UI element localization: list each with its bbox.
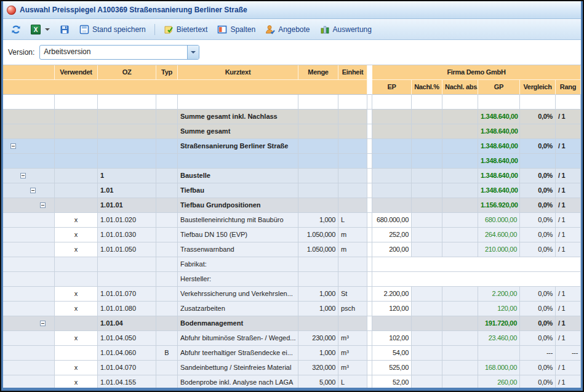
table-row[interactable]: 1.01.04.060BAbfuhr teerhaltiger Straßend… (3, 346, 581, 361)
cell-oz (98, 95, 156, 110)
stand-speichern-button[interactable]: Stand speichern (75, 22, 150, 37)
table-row[interactable]: x1.01.01.020Baustelleneinrichtung mit Ba… (3, 213, 581, 228)
cell-nachl-abs (442, 331, 478, 346)
version-combobox[interactable]: Arbeitsversion (39, 45, 199, 60)
cell-ep[interactable]: 54,00 (372, 346, 412, 361)
cell-einheit (338, 124, 367, 139)
col-header-typ[interactable]: Typ (156, 65, 178, 80)
cell-verwendet[interactable]: x (55, 228, 98, 242)
column-separator (367, 154, 372, 169)
cell-ep[interactable]: 200,00 (372, 242, 412, 257)
table-row[interactable]: Hersteller: (3, 272, 581, 287)
table-row[interactable]: 1.01.01Tiefbau Grundpositionen1.156.920,… (3, 198, 581, 213)
col-header-verwendet[interactable]: Verwendet (55, 65, 98, 80)
cell-einheit: m (338, 242, 367, 257)
cell-tree (3, 316, 55, 331)
cell-rang: / 1 (556, 302, 581, 316)
col-header-nachl-abs-[interactable]: Nachl. abs. (442, 80, 478, 95)
col-header-nachl-[interactable]: Nachl.% (412, 80, 442, 95)
table-row[interactable]: 1.348.640,00 (3, 154, 581, 169)
table-row[interactable]: x1.01.04.050Abfuhr bituminöse Straßen- /… (3, 331, 581, 346)
cell-ep (372, 169, 412, 183)
angebote-button[interactable]: Angebote (261, 22, 314, 37)
cell-verwendet[interactable]: x (55, 361, 98, 375)
cell-typ (156, 183, 178, 198)
cell-verwendet[interactable]: x (55, 331, 98, 346)
cell-nachl-abs (442, 110, 478, 124)
cell-verwendet[interactable] (55, 346, 98, 361)
table-row[interactable]: 1.01.04Bodenmanagement191.720,000,0%/ 1 (3, 316, 581, 331)
col-header-ep[interactable]: EP (372, 80, 412, 95)
spalten-button[interactable]: Spalten (213, 22, 260, 37)
cell-oz (98, 154, 156, 169)
cell-ep[interactable]: 52,00 (372, 375, 412, 388)
cell-ep[interactable]: 680.000,00 (372, 213, 412, 228)
collapse-icon[interactable] (30, 188, 36, 193)
cell-ep[interactable]: 2.200,00 (372, 287, 412, 302)
table-row[interactable] (3, 95, 581, 110)
column-separator (367, 213, 372, 228)
cell-einheit: m³ (338, 361, 367, 375)
table-row[interactable]: x1.01.04.155Bodenprobe inkl. Analyse nac… (3, 375, 581, 388)
cell-kurztext: Hersteller: (178, 272, 298, 287)
table-row[interactable]: Summe gesamt1.348.640,00 (3, 124, 581, 139)
table-row[interactable]: x1.01.04.070Sandeinbettung / Steinfreies… (3, 361, 581, 375)
combo-trigger-button[interactable] (187, 46, 199, 59)
col-header-kurztext[interactable]: Kurztext (178, 65, 298, 80)
table-row[interactable]: Straßensanierung Berliner Straße1.348.64… (3, 139, 581, 154)
cell-kurztext: Verkehrssicherung und Verkehrslen... (178, 287, 298, 302)
toolbar-separator (154, 24, 155, 35)
auswertung-button[interactable]: Auswertung (316, 22, 376, 37)
cell-oz (98, 139, 156, 154)
cell-gp: 260,00 (478, 375, 520, 388)
table-row[interactable]: x1.01.01.070Verkehrssicherung und Verkeh… (3, 287, 581, 302)
cell-verwendet[interactable]: x (55, 302, 98, 316)
bietertext-input[interactable] (372, 272, 581, 287)
col-header-vergleich[interactable]: Vergleich (520, 80, 556, 95)
col-header-gp[interactable]: GP (478, 80, 520, 95)
collapse-icon[interactable] (20, 173, 26, 178)
collapse-icon[interactable] (40, 321, 46, 326)
cell-einheit: m³ (338, 331, 367, 346)
cell-kurztext: Abfuhr bituminöse Straßen- / Weged... (178, 331, 298, 346)
col-header-menge[interactable]: Menge (298, 65, 338, 80)
column-separator (367, 110, 372, 124)
table-row[interactable]: 1.01Tiefbau1.348.640,000,0%/ 1 (3, 183, 581, 198)
cell-ep[interactable]: 120,00 (372, 302, 412, 316)
cell-verwendet[interactable]: x (55, 242, 98, 257)
cell-menge (298, 169, 338, 183)
cell-ep[interactable]: 252,00 (372, 228, 412, 242)
cell-verwendet[interactable]: x (55, 375, 98, 388)
bietertext-input[interactable] (372, 257, 581, 272)
cell-verwendet[interactable]: x (55, 213, 98, 228)
table-row[interactable]: 1Baustelle1.348.640,000,0%/ 1 (3, 169, 581, 183)
save-button[interactable] (55, 22, 74, 37)
cell-verwendet[interactable]: x (55, 287, 98, 302)
collapse-icon[interactable] (40, 202, 46, 208)
refresh-button[interactable] (7, 22, 25, 37)
col-header-rang[interactable]: Rang (556, 80, 581, 95)
cell-verwendet (55, 316, 98, 331)
cell-kurztext: Straßensanierung Berliner Straße (178, 139, 298, 154)
table-row[interactable]: Fabrikat: (3, 257, 581, 272)
col-header-einheit[interactable]: Einheit (338, 65, 367, 80)
col-header-oz[interactable]: OZ (98, 65, 156, 80)
table-row[interactable]: x1.01.01.080Zusatzarbeiten1,000psch120,0… (3, 302, 581, 316)
table-row[interactable]: x1.01.01.050Trassenwarnband1.050,000m200… (3, 242, 581, 257)
cell-ep (372, 154, 412, 169)
cell-gp: 1.348.640,00 (478, 110, 520, 124)
bietertext-button[interactable]: Bietertext (159, 22, 212, 37)
excel-export-button[interactable]: X (26, 22, 54, 37)
titlebar: Auswahl Preisspiegel A100369 Straßensani… (3, 1, 581, 19)
table-row[interactable]: x1.01.01.030Tiefbau DN 150 (EVP)1.050,00… (3, 228, 581, 242)
cell-einheit (338, 198, 367, 213)
cell-nachl-abs (442, 361, 478, 375)
cell-gp: 210.000,00 (478, 242, 520, 257)
column-separator (367, 302, 372, 316)
cell-oz: 1.01.04.155 (98, 375, 156, 388)
cell-ep[interactable]: 102,00 (372, 331, 412, 346)
collapse-icon[interactable] (10, 143, 16, 149)
cell-verwendet (55, 198, 98, 213)
table-row[interactable]: Summe gesamt inkl. Nachlass1.348.640,000… (3, 110, 581, 124)
cell-ep[interactable]: 525,00 (372, 361, 412, 375)
